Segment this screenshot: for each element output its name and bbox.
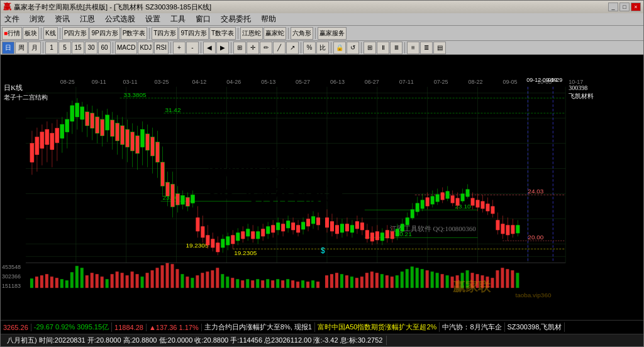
btn-fullscreen[interactable]: ⊞	[233, 42, 246, 54]
close-button[interactable]: ×	[631, 3, 641, 11]
btn-rsi[interactable]: RSI	[154, 42, 169, 54]
btn-compare[interactable]: 比	[316, 42, 329, 54]
btn-30min[interactable]: 30	[85, 42, 97, 54]
btn-trend[interactable]: ↗	[286, 42, 299, 54]
svg-rect-118	[161, 162, 165, 186]
svg-rect-96	[106, 115, 109, 130]
svg-rect-134	[201, 226, 204, 237]
btn-1min[interactable]: 1	[45, 42, 58, 54]
svg-rect-308	[276, 279, 279, 288]
btn-p4[interactable]: P四方形	[62, 27, 89, 40]
btn-tnum[interactable]: T数字表	[209, 27, 236, 40]
menu-info[interactable]: 资讯	[52, 14, 72, 25]
svg-rect-82	[70, 106, 74, 122]
svg-rect-290	[186, 276, 189, 288]
svg-rect-335	[416, 268, 419, 288]
btn-more1[interactable]: ≡	[407, 42, 419, 54]
svg-rect-260	[35, 276, 38, 288]
btn-month[interactable]: 月	[28, 42, 41, 54]
svg-rect-76	[55, 128, 59, 143]
svg-rect-74	[50, 134, 54, 150]
svg-text:09-05: 09-05	[502, 79, 517, 85]
btn-service[interactable]: 赢家服务	[318, 27, 347, 40]
btn-9p4[interactable]: 9P四方形	[89, 27, 119, 40]
btn-jiangenshe[interactable]: 江恩蛇	[240, 27, 263, 40]
btn-more3[interactable]: ▤	[433, 42, 446, 54]
btn-more2[interactable]: ≣	[420, 42, 433, 54]
svg-rect-80	[65, 120, 69, 132]
svg-rect-234	[456, 198, 460, 205]
svg-rect-288	[175, 269, 179, 288]
svg-rect-78	[60, 125, 64, 139]
menu-jiangen[interactable]: 江恩	[77, 14, 97, 25]
svg-rect-306	[266, 279, 269, 288]
btn-lock[interactable]: 🔒	[333, 42, 346, 54]
svg-rect-320	[340, 274, 343, 288]
btn-zoom-out[interactable]: -	[186, 42, 199, 54]
btn-grid[interactable]: ⊞	[364, 42, 376, 54]
menu-file[interactable]: 文件	[2, 14, 22, 25]
btn-draw[interactable]: ✏	[260, 42, 272, 54]
btn-zoom-in[interactable]: +	[173, 42, 186, 54]
svg-rect-126	[180, 195, 184, 204]
svg-rect-212	[401, 224, 404, 231]
btn-prev[interactable]: ◀	[203, 42, 216, 54]
svg-rect-114	[151, 137, 155, 156]
svg-rect-256	[511, 225, 514, 234]
btn-5min[interactable]: 5	[58, 42, 71, 54]
btn-hangqing[interactable]: ■行情	[2, 27, 22, 40]
menu-help[interactable]: 帮助	[258, 14, 279, 25]
btn-kdj[interactable]: KDJ	[138, 42, 153, 54]
btn-line[interactable]: ╱	[273, 42, 286, 54]
svg-rect-214	[406, 217, 409, 225]
btn-percent[interactable]: %	[303, 42, 316, 54]
btn-split[interactable]: Ⅲ	[390, 42, 402, 54]
svg-rect-262	[45, 274, 48, 288]
svg-rect-266	[65, 280, 69, 288]
btn-9t4[interactable]: 9T四方形	[179, 27, 209, 40]
menu-trade[interactable]: 交易委托	[218, 14, 253, 25]
svg-rect-88	[86, 112, 89, 126]
svg-rect-302	[246, 279, 249, 288]
btn-multi[interactable]: Ⅱ	[377, 42, 389, 54]
svg-rect-144	[226, 236, 230, 245]
svg-rect-280	[136, 274, 139, 288]
btn-bankuai[interactable]: 板块	[23, 27, 39, 40]
svg-rect-150	[241, 231, 245, 239]
btn-kline[interactable]: K线	[43, 27, 58, 40]
menu-tools[interactable]: 工具	[168, 14, 188, 25]
minimize-button[interactable]: _	[608, 3, 618, 11]
stock-code-label: SZ300398,飞凯材	[505, 322, 565, 332]
window-controls[interactable]: _ □ ×	[608, 3, 641, 11]
svg-text:06-27: 06-27	[365, 79, 379, 85]
btn-hexagon[interactable]: 六角形	[291, 27, 313, 40]
btn-cross[interactable]: ✛	[247, 42, 259, 54]
svg-rect-301	[241, 280, 244, 288]
btn-t4[interactable]: T四方形	[152, 27, 178, 40]
btn-60min[interactable]: 60	[98, 42, 111, 54]
svg-rect-178	[311, 216, 315, 224]
svg-rect-84	[75, 103, 79, 117]
svg-rect-341	[446, 275, 449, 288]
menu-window[interactable]: 窗口	[193, 14, 213, 25]
menu-browse[interactable]: 浏览	[27, 14, 47, 25]
btn-next[interactable]: ▶	[216, 42, 229, 54]
btn-refresh[interactable]: ↺	[347, 42, 359, 54]
svg-text:03-25: 03-25	[155, 79, 169, 85]
svg-rect-224	[431, 196, 435, 204]
btn-macd[interactable]: MACD	[115, 42, 137, 54]
menu-settings[interactable]: 设置	[143, 14, 163, 25]
chart-svg: 日K线 老子十二宫结构 300398 飞凯材料 33.3805 31.42 24…	[1, 55, 643, 320]
btn-day[interactable]: 日	[2, 42, 14, 54]
btn-pnum[interactable]: P数字表	[121, 27, 148, 40]
svg-rect-272	[96, 274, 99, 288]
btn-15min[interactable]: 15	[72, 42, 84, 54]
chart-container[interactable]: 日K线 老子十二宫结构 300398 飞凯材料 33.3805 31.42 24…	[1, 55, 643, 320]
svg-rect-281	[141, 276, 144, 288]
btn-week[interactable]: 周	[15, 42, 28, 54]
svg-rect-291	[191, 278, 194, 288]
maximize-button[interactable]: □	[619, 3, 630, 11]
menu-formula[interactable]: 公式选股	[103, 14, 138, 25]
svg-rect-326	[370, 271, 374, 288]
btn-yingjiashe[interactable]: 赢家蛇	[264, 27, 286, 40]
